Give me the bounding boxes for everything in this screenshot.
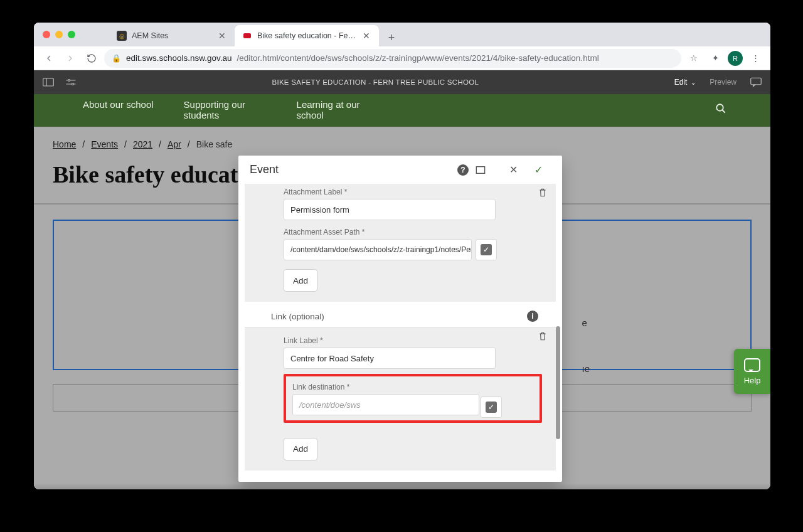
dialog-header: Event ? ✕ ✓ <box>238 156 562 184</box>
dialog-scrollbar[interactable] <box>556 326 560 439</box>
attachment-label-field-label: Attachment Label * <box>284 188 542 196</box>
help-widget[interactable]: Help <box>734 349 770 394</box>
settings-icon[interactable] <box>65 78 77 87</box>
minimize-window[interactable] <box>55 31 63 38</box>
link-section-header: Link (optional) i <box>245 302 556 327</box>
page-content-area: Home/ Events/ 2021/ Apr/ Bike safe Bike … <box>34 127 770 489</box>
crumb-home[interactable]: Home <box>53 139 76 149</box>
kebab-menu-icon[interactable]: ⋮ <box>747 50 764 67</box>
crumb-apr[interactable]: Apr <box>168 139 181 149</box>
fullscreen-icon[interactable] <box>476 166 501 174</box>
link-destination-input[interactable]: /content/doe/sws <box>292 394 479 415</box>
url-path: /editor.html/content/doe/sws/schools/z/z… <box>237 53 599 63</box>
window-controls <box>34 23 84 46</box>
trash-icon[interactable] <box>538 331 547 341</box>
extensions-icon[interactable]: ✦ <box>706 50 724 67</box>
crumb-events[interactable]: Events <box>91 139 118 149</box>
edit-mode-dropdown[interactable]: Edit⌄ <box>674 78 696 87</box>
nav-supporting[interactable]: Supporting our students <box>184 99 267 121</box>
partially-visible-text: e ıe <box>582 316 590 408</box>
favicon-aem-icon: ◎ <box>117 31 127 41</box>
attachment-label-input[interactable] <box>284 199 496 220</box>
lock-icon: 🔒 <box>112 54 121 63</box>
link-label-input[interactable] <box>284 348 496 369</box>
close-window[interactable] <box>43 31 50 38</box>
svg-rect-6 <box>751 78 762 85</box>
tab-bike-safety[interactable]: Bike safety education - Fern Tr ✕ <box>235 25 379 46</box>
tab-strip: ◎ AEM Sites ✕ Bike safety education - Fe… <box>34 23 770 46</box>
close-dialog-icon[interactable]: ✕ <box>501 164 526 176</box>
back-button[interactable] <box>40 50 58 67</box>
link-section: Link Label * Link destination * /content… <box>245 327 556 471</box>
svg-rect-9 <box>476 166 484 173</box>
attachment-section: Attachment Label * Attachment Asset Path… <box>245 184 556 302</box>
confirm-dialog-icon[interactable]: ✓ <box>526 164 551 176</box>
help-label: Help <box>744 376 761 385</box>
path-picker-button[interactable]: ✓ <box>476 239 497 260</box>
aem-top-bar: BIKE SAFETY EDUCATION - FERN TREE PUBLIC… <box>34 70 770 94</box>
add-link-button[interactable]: Add <box>284 438 317 460</box>
crumb-current: Bike safe <box>196 139 233 149</box>
address-bar[interactable]: 🔒 edit.sws.schools.nsw.gov.au/editor.htm… <box>104 49 681 68</box>
reload-button[interactable] <box>83 50 100 67</box>
site-nav: About our school Supporting our students… <box>34 94 770 127</box>
dialog-title: Event <box>250 163 279 176</box>
svg-point-7 <box>716 104 723 111</box>
event-dialog: Event ? ✕ ✓ Attachment Label <box>238 156 562 482</box>
add-attachment-button[interactable]: Add <box>284 269 317 292</box>
browser-toolbar: 🔒 edit.sws.schools.nsw.gov.au/editor.htm… <box>34 46 770 70</box>
profile-avatar[interactable]: R <box>728 51 743 66</box>
dialog-body: Attachment Label * Attachment Asset Path… <box>238 184 562 482</box>
browser-window: ◎ AEM Sites ✕ Bike safety education - Fe… <box>34 23 770 489</box>
maximize-window[interactable] <box>68 31 75 38</box>
nav-learning[interactable]: Learning at our school <box>297 99 380 121</box>
trash-icon[interactable] <box>538 188 547 198</box>
tab-title: Bike safety education - Fern Tr <box>257 31 356 40</box>
link-path-picker-button[interactable]: ✓ <box>481 396 502 418</box>
chevron-down-icon: ⌄ <box>691 79 696 86</box>
bookmark-star-icon[interactable]: ☆ <box>685 50 703 67</box>
aem-page-title: BIKE SAFETY EDUCATION - FERN TREE PUBLIC… <box>77 78 674 86</box>
tab-aem-sites[interactable]: ◎ AEM Sites ✕ <box>109 25 235 46</box>
crumb-2021[interactable]: 2021 <box>133 139 152 149</box>
favicon-doe-icon <box>242 31 252 41</box>
close-tab-icon[interactable]: ✕ <box>217 31 227 41</box>
info-icon[interactable]: i <box>527 311 538 322</box>
annotate-icon[interactable] <box>750 77 762 87</box>
svg-rect-0 <box>43 78 54 86</box>
preview-button[interactable]: Preview <box>710 78 737 87</box>
link-destination-field-label: Link destination * <box>292 383 533 391</box>
attachment-path-input[interactable]: /content/dam/doe/sws/schools/z/z-trainin… <box>284 239 472 260</box>
link-section-label: Link (optional) <box>271 312 324 321</box>
new-tab-button[interactable]: + <box>383 29 400 46</box>
breadcrumb: Home/ Events/ 2021/ Apr/ Bike safe <box>34 127 770 149</box>
attachment-path-field-label: Attachment Asset Path * <box>284 228 542 237</box>
panel-toggle-icon[interactable] <box>43 78 54 87</box>
svg-point-5 <box>72 83 74 85</box>
link-label-field-label: Link Label * <box>284 336 542 345</box>
close-tab-icon[interactable]: ✕ <box>361 31 371 41</box>
dialog-help-icon[interactable]: ? <box>450 164 476 176</box>
url-host: edit.sws.schools.nsw.gov.au <box>126 53 232 63</box>
chat-icon <box>744 358 760 372</box>
search-icon[interactable] <box>715 99 726 114</box>
nav-about[interactable]: About our school <box>83 99 154 110</box>
svg-point-3 <box>68 80 70 82</box>
svg-line-8 <box>722 110 725 113</box>
bottom-shadow <box>34 483 770 489</box>
tab-title: AEM Sites <box>132 31 212 40</box>
forward-button[interactable] <box>61 50 79 67</box>
